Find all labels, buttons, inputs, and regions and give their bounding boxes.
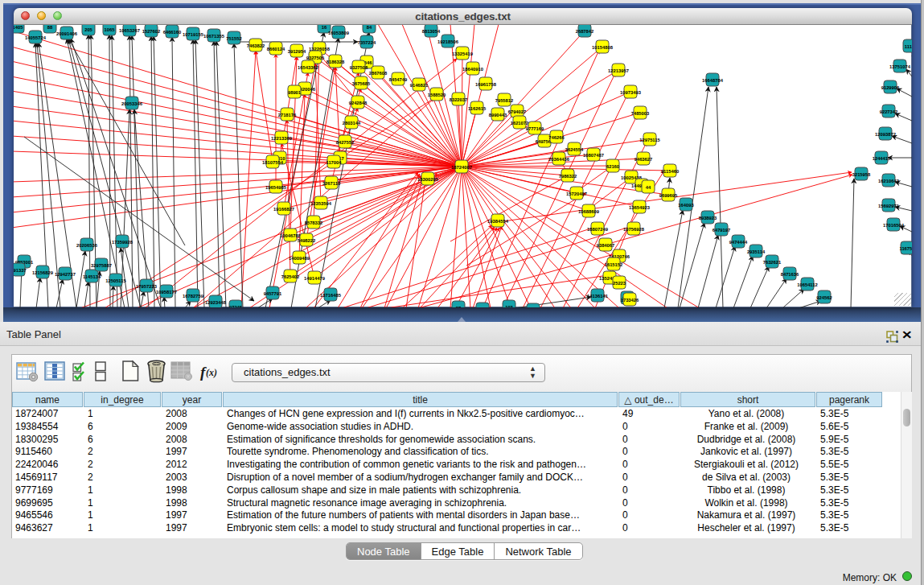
svg-text:15720407: 15720407 <box>566 192 587 196</box>
svg-text:1065: 1065 <box>105 27 116 32</box>
svg-text:17359928: 17359928 <box>112 240 133 245</box>
svg-text:12942737: 12942737 <box>55 272 76 277</box>
svg-text:7955812: 7955812 <box>495 98 514 103</box>
svg-text:16648784: 16648784 <box>702 78 724 83</box>
svg-text:62160: 62160 <box>606 164 619 169</box>
svg-text:8578332: 8578332 <box>305 220 323 225</box>
svg-text:7357224: 7357224 <box>358 40 376 45</box>
svg-text:9242848: 9242848 <box>349 101 368 105</box>
svg-text:9457791: 9457791 <box>264 291 282 296</box>
svg-text:20206536: 20206536 <box>76 243 98 248</box>
svg-text:10654112: 10654112 <box>797 282 817 287</box>
svg-text:9327505: 9327505 <box>306 56 325 60</box>
svg-text:14009489: 14009489 <box>289 256 310 261</box>
svg-text:10671355: 10671355 <box>203 34 225 39</box>
svg-text:10807487: 10807487 <box>583 153 604 158</box>
svg-text:13716485: 13716485 <box>320 293 342 298</box>
svg-text:7632621: 7632621 <box>763 260 782 265</box>
svg-text:7485003: 7485003 <box>631 111 650 116</box>
svg-text:8427552: 8427552 <box>336 140 355 145</box>
svg-text:3215958: 3215958 <box>852 172 871 177</box>
svg-text:10653267: 10653267 <box>119 28 140 33</box>
svg-text:8938923: 8938923 <box>699 216 717 220</box>
svg-text:3912954: 3912954 <box>288 49 306 54</box>
svg-text:16210643: 16210643 <box>878 179 900 183</box>
svg-text:10756928: 10756928 <box>623 227 645 232</box>
svg-text:9384067: 9384067 <box>597 243 615 248</box>
svg-text:117004: 117004 <box>326 160 342 165</box>
svg-text:164093: 164093 <box>678 203 694 208</box>
svg-text:10973493: 10973493 <box>620 90 642 95</box>
svg-text:924562: 924562 <box>816 295 832 300</box>
svg-text:3624554: 3624554 <box>565 147 584 152</box>
svg-text:391337: 391337 <box>14 268 27 273</box>
svg-text:746266: 746266 <box>548 135 565 140</box>
svg-text:92: 92 <box>480 307 485 308</box>
svg-text:88: 88 <box>47 25 53 30</box>
svg-text:14914479: 14914479 <box>304 276 326 281</box>
svg-text:20053346: 20053346 <box>121 101 143 106</box>
svg-text:2718176: 2718176 <box>278 113 297 117</box>
svg-text:116753: 116753 <box>899 246 912 251</box>
svg-text:8471636: 8471636 <box>781 272 799 277</box>
svg-text:10688609: 10688609 <box>578 209 600 214</box>
svg-text:205: 205 <box>84 27 92 32</box>
svg-text:103: 103 <box>505 305 513 308</box>
svg-text:16: 16 <box>322 25 327 30</box>
svg-text:2803144: 2803144 <box>343 121 361 126</box>
svg-text:16053809: 16053809 <box>328 31 350 35</box>
svg-text:2935114: 2935114 <box>747 249 766 254</box>
svg-text:9699695: 9699695 <box>659 193 678 198</box>
svg-text:6466160: 6466160 <box>163 30 182 35</box>
svg-text:1733426: 1733426 <box>621 298 639 303</box>
svg-text:2867608: 2867608 <box>369 71 388 76</box>
svg-text:10719155: 10719155 <box>183 32 204 37</box>
svg-text:2687842: 2687842 <box>576 29 594 34</box>
svg-text:1145134: 1145134 <box>83 274 101 279</box>
svg-text:19654985: 19654985 <box>265 185 287 190</box>
svg-text:9474444: 9474444 <box>729 240 748 245</box>
svg-text:9146821: 9146821 <box>410 83 429 88</box>
svg-text:1615152: 1615152 <box>605 262 623 267</box>
svg-text:97245: 97245 <box>229 305 243 308</box>
svg-text:17016504: 17016504 <box>883 223 905 228</box>
svg-text:19384554: 19384554 <box>487 219 509 224</box>
svg-text:25223: 25223 <box>613 281 626 286</box>
svg-text:98901: 98901 <box>288 90 302 95</box>
svg-text:9777169: 9777169 <box>526 126 544 131</box>
svg-text:3267110: 3267110 <box>322 181 340 186</box>
svg-text:84: 84 <box>367 25 372 30</box>
svg-text:9129906: 9129906 <box>881 85 900 90</box>
svg-text:12093872: 12093872 <box>875 132 896 137</box>
svg-text:1162615: 1162615 <box>468 106 487 111</box>
svg-text:1405: 1405 <box>14 25 23 30</box>
svg-text:9115460: 9115460 <box>661 169 679 174</box>
svg-text:19218506: 19218506 <box>437 39 459 44</box>
svg-text:20364436: 20364436 <box>548 157 570 162</box>
svg-text:1244415: 1244415 <box>873 156 891 161</box>
svg-text:19166827: 19166827 <box>273 207 294 212</box>
svg-text:18300295: 18300295 <box>417 177 439 182</box>
svg-text:12975115: 12975115 <box>639 138 660 142</box>
svg-text:5498222: 5498222 <box>298 238 316 243</box>
svg-text:87: 87 <box>456 306 461 308</box>
svg-text:8322037: 8322037 <box>450 97 468 102</box>
svg-text:7625402: 7625402 <box>281 274 300 279</box>
svg-text:9227342: 9227342 <box>880 109 898 114</box>
svg-text:44: 44 <box>646 185 651 190</box>
svg-text:13325419: 13325419 <box>452 51 474 56</box>
svg-text:12923448: 12923448 <box>205 300 227 305</box>
svg-text:16961758: 16961758 <box>475 82 497 87</box>
svg-text:32975887: 32975887 <box>91 263 112 268</box>
svg-text:17957223: 17957223 <box>136 284 158 289</box>
svg-text:8813054: 8813054 <box>422 29 441 34</box>
svg-text:9327508: 9327508 <box>350 65 368 70</box>
svg-text:10154808: 10154808 <box>592 45 614 50</box>
svg-text:1621072: 1621072 <box>511 121 529 126</box>
svg-text:7986322: 7986322 <box>559 174 577 179</box>
svg-text:9463627: 9463627 <box>634 157 653 162</box>
svg-text:6479197: 6479197 <box>713 228 731 233</box>
svg-text:18807249: 18807249 <box>587 227 609 232</box>
svg-text:16782759: 16782759 <box>183 294 204 299</box>
svg-text:16543362: 16543362 <box>298 65 318 70</box>
